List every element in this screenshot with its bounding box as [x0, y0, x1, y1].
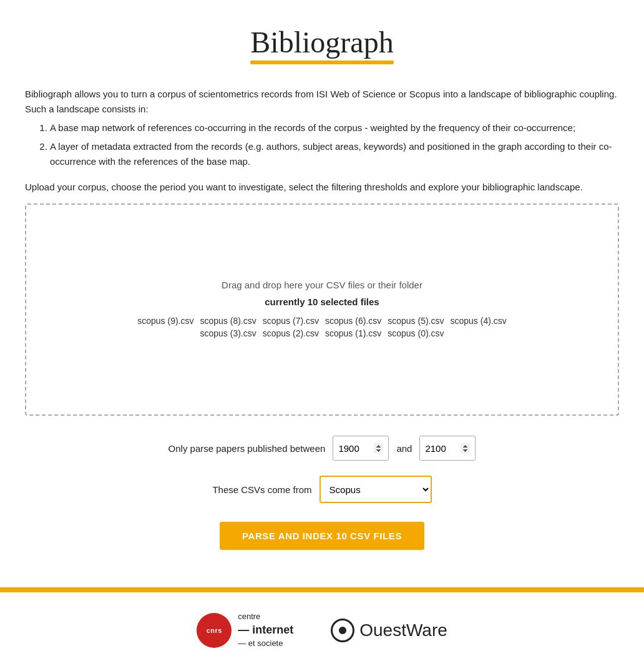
parse-label: Only parse papers published between [168, 443, 326, 454]
list-item: scopus (8).csv [200, 315, 256, 327]
source-label: These CSVs come from [212, 484, 311, 495]
list-item: scopus (3).csv [200, 327, 256, 340]
cnrs-centre: centre [238, 611, 293, 622]
cnrs-internet: — internet [238, 622, 293, 638]
list-item: scopus (2).csv [263, 327, 319, 340]
cnrs-circle: cnrs [197, 613, 232, 648]
file-list: scopus (9).csv scopus (8).csv scopus (7)… [72, 315, 572, 340]
ouestware-logo: OuestWare [331, 619, 447, 642]
year-range-row: Only parse papers published between and [25, 436, 619, 461]
list-item: scopus (9).csv [137, 315, 193, 327]
list-item: scopus (5).csv [388, 315, 444, 327]
footer-bar [0, 587, 644, 592]
year-to-input[interactable] [419, 436, 476, 461]
drop-zone[interactable]: Drag and drop here your CSV files or the… [25, 203, 619, 416]
list-item: scopus (6).csv [325, 315, 381, 327]
and-label: and [396, 443, 412, 454]
title-underline [250, 61, 393, 64]
logos-bar: cnrs centre — internet — et societe Oues… [0, 592, 644, 656]
cnrs-logo: cnrs centre — internet — et societe [197, 611, 293, 650]
files-selected-label: currently 10 selected files [265, 296, 379, 307]
year-from-input[interactable] [333, 436, 389, 461]
app-title: Bibliograph [250, 25, 393, 64]
cnrs-text-block: centre — internet — et societe [238, 611, 293, 650]
description-block: Bibliograph allows you to turn a corpus … [25, 87, 619, 169]
cnrs-et-societe: — et societe [238, 638, 293, 649]
source-select[interactable]: Scopus ISI Web of Science [320, 476, 432, 503]
upload-note: Upload your corpus, choose the period yo… [25, 182, 619, 192]
app-title-text: Bibliograph [250, 26, 393, 59]
description-intro: Bibliograph allows you to turn a corpus … [25, 87, 619, 117]
cnrs-text-inner: cnrs [207, 627, 222, 634]
ouestware-dot [339, 627, 346, 634]
parse-button-container: PARSE AND INDEX 10 CSV FILES [25, 522, 619, 550]
list-item: scopus (0).csv [388, 327, 444, 340]
list-item: scopus (1).csv [325, 327, 381, 340]
parse-button[interactable]: PARSE AND INDEX 10 CSV FILES [220, 522, 424, 550]
source-row: These CSVs come from Scopus ISI Web of S… [25, 476, 619, 503]
app-title-container: Bibliograph [25, 25, 619, 64]
description-item-1: A base map network of references co-occu… [50, 120, 619, 135]
list-item: scopus (4).csv [451, 315, 507, 327]
list-item: scopus (7).csv [263, 315, 319, 327]
ouestware-icon [331, 619, 354, 642]
ouestware-text: OuestWare [359, 620, 447, 640]
drag-drop-text: Drag and drop here your CSV files or the… [222, 280, 422, 290]
description-item-2: A layer of metadata extracted from the r… [50, 139, 619, 169]
